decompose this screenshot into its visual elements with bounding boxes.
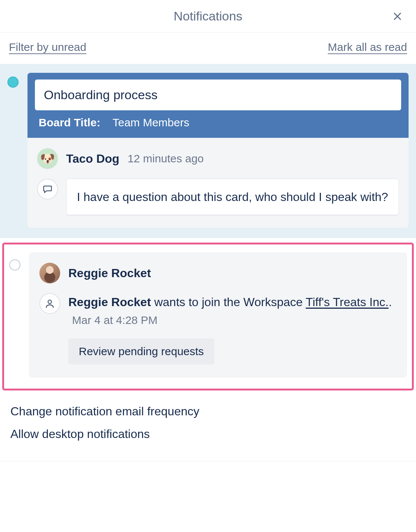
unread-indicator[interactable] (7, 77, 19, 88)
card-title: Onboarding process (35, 80, 401, 110)
read-indicator[interactable] (9, 259, 20, 270)
workspace-link[interactable]: Tiff's Treats Inc. (306, 295, 389, 309)
notification-item-unread: Onboarding process Board Title: Team Mem… (0, 64, 416, 238)
board-value: Team Members (113, 116, 189, 129)
notification-card[interactable]: Onboarding process Board Title: Team Mem… (27, 73, 409, 228)
card-body: 🐶 Taco Dog 12 minutes ago I have a quest… (27, 138, 409, 228)
author-line: Reggie Rocket (39, 263, 397, 283)
author-name: Reggie Rocket (68, 266, 151, 280)
author-line: 🐶 Taco Dog 12 minutes ago (37, 148, 399, 169)
timestamp: 12 minutes ago (127, 152, 204, 165)
mark-all-read-link[interactable]: Mark all as read (328, 41, 407, 53)
board-line: Board Title: Team Members (35, 110, 401, 136)
author-name: Taco Dog (66, 152, 119, 166)
svg-point-0 (48, 300, 51, 304)
comment-text: I have a question about this card, who s… (66, 179, 399, 215)
comment-row: I have a question about this card, who s… (37, 179, 399, 215)
request-mid: wants to join the Workspace (151, 295, 306, 309)
close-icon (392, 11, 403, 22)
notification-card[interactable]: Reggie Rocket Reggie Rocket wants to joi… (29, 253, 407, 377)
filter-row: Filter by unread Mark all as read (0, 33, 416, 64)
person-icon (39, 293, 60, 314)
card-header: Onboarding process Board Title: Team Mem… (27, 73, 409, 138)
panel-title: Notifications (173, 9, 242, 23)
request-text: Reggie Rocket wants to join the Workspac… (68, 293, 397, 329)
request-row: Reggie Rocket wants to join the Workspac… (39, 293, 397, 329)
panel-header: Notifications (0, 0, 416, 33)
change-email-frequency-link[interactable]: Change notification email frequency (10, 400, 406, 423)
close-button[interactable] (389, 8, 406, 25)
allow-desktop-notifications-link[interactable]: Allow desktop notifications (10, 423, 406, 445)
notification-item-highlighted: Reggie Rocket Reggie Rocket wants to joi… (2, 243, 414, 390)
notifications-panel: Notifications Filter by unread Mark all … (0, 0, 416, 532)
filter-by-unread-link[interactable]: Filter by unread (9, 41, 86, 53)
comment-icon (37, 179, 58, 200)
avatar[interactable]: 🐶 (37, 148, 58, 169)
timestamp: Mar 4 at 4:28 PM (72, 314, 157, 326)
review-pending-requests-button[interactable]: Review pending requests (68, 338, 214, 364)
footer-divider (0, 461, 416, 461)
avatar[interactable] (39, 263, 60, 283)
request-actor: Reggie Rocket (68, 295, 151, 309)
board-label: Board Title: (39, 116, 100, 129)
footer-links: Change notification email frequency Allo… (0, 390, 416, 457)
